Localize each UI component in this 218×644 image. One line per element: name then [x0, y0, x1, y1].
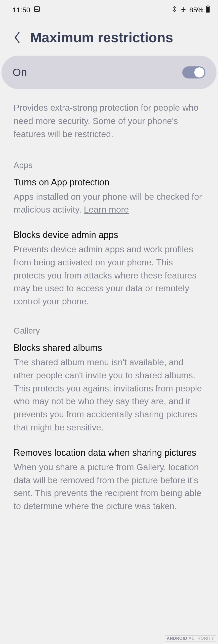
- item-title: Blocks shared albums: [0, 339, 218, 355]
- item-desc: Prevents device admin apps and work prof…: [0, 242, 218, 314]
- section-label-apps: Apps: [0, 148, 218, 173]
- picture-icon: [34, 6, 40, 14]
- back-button[interactable]: [12, 32, 22, 43]
- battery-percentage: 85%: [189, 6, 203, 14]
- master-toggle-card[interactable]: On: [2, 56, 216, 89]
- svg-rect-3: [207, 7, 209, 12]
- chevron-left-icon: [14, 32, 21, 43]
- battery-icon: [206, 6, 210, 14]
- toggle-switch[interactable]: [182, 66, 205, 78]
- page-title: Maximum restrictions: [30, 29, 173, 46]
- item-title: Blocks device admin apps: [0, 222, 218, 242]
- status-time: 11:50: [13, 6, 30, 14]
- status-bar: 11:50 85%: [0, 0, 218, 19]
- item-desc: When you share a picture from Gallery, l…: [0, 460, 218, 519]
- main-description: Provides extra-strong protection for peo…: [0, 89, 218, 148]
- airplane-icon: [180, 6, 187, 14]
- mute-icon: [171, 6, 178, 14]
- item-title: Turns on App protection: [0, 173, 218, 189]
- watermark: ANDROID AUTHORITY: [165, 635, 216, 641]
- item-title: Removes location data when sharing pictu…: [0, 440, 218, 460]
- section-label-gallery: Gallery: [0, 314, 218, 339]
- toggle-label: On: [13, 66, 27, 78]
- item-desc: The shared album menu isn't available, a…: [0, 355, 218, 440]
- svg-rect-0: [34, 7, 39, 12]
- item-desc: Apps installed on your phone will be che…: [0, 189, 218, 222]
- page-header: Maximum restrictions: [0, 19, 218, 53]
- switch-knob: [194, 67, 204, 77]
- learn-more-link[interactable]: Learn more: [84, 205, 129, 214]
